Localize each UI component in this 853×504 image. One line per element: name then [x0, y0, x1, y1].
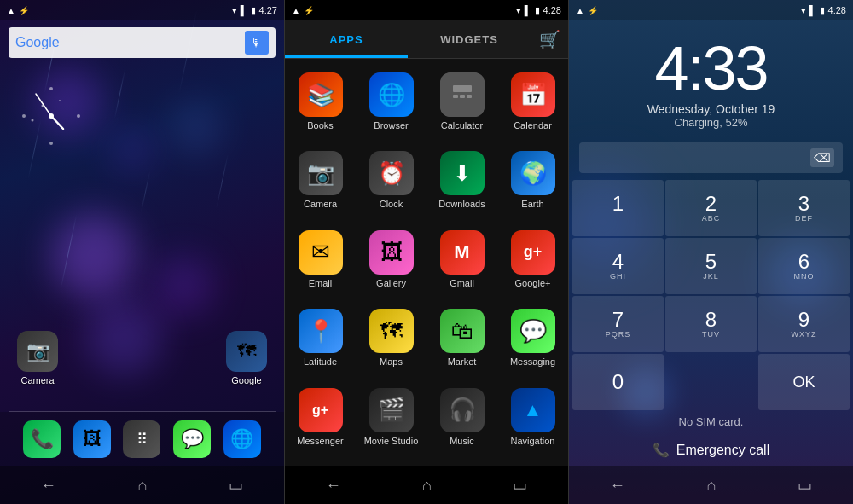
- latitude-icon: 📍: [299, 309, 343, 353]
- backspace-button[interactable]: ⌫: [810, 148, 834, 167]
- dock-apps-icon[interactable]: ⠿: [123, 420, 160, 458]
- emergency-call-button[interactable]: 📞 Emergency call: [569, 433, 853, 466]
- maps-icon: 🗺: [369, 309, 414, 353]
- list-item[interactable]: ⬇ Downloads: [426, 144, 497, 223]
- list-item[interactable]: M Gmail: [426, 223, 497, 302]
- list-item[interactable]: g+ Google+: [497, 223, 568, 302]
- home-button[interactable]: ⌂: [707, 477, 717, 495]
- key-4[interactable]: 4 GHI: [572, 238, 664, 294]
- svg-point-1: [77, 114, 80, 118]
- key-0[interactable]: 0: [572, 354, 664, 410]
- list-item[interactable]: Calculator: [426, 66, 497, 144]
- list-item[interactable]: g+ Messenger: [285, 381, 356, 460]
- music-label: Music: [450, 436, 474, 446]
- tab-apps[interactable]: APPS: [285, 20, 408, 58]
- list-item[interactable]: 🗺 Maps: [356, 302, 426, 380]
- list-item[interactable]: ⏰ Clock: [356, 144, 426, 223]
- signal-bars: ▌: [809, 5, 816, 15]
- list-item[interactable]: 🌍 Earth: [497, 144, 568, 223]
- statusbar-left: ▲ ⚡: [7, 6, 29, 15]
- dock-contacts-icon[interactable]: 🖼: [73, 420, 111, 458]
- list-item[interactable]: 📷 Camera: [17, 331, 58, 385]
- key-6[interactable]: 6 MNO: [758, 238, 850, 294]
- list-item[interactable]: 🗺 Google: [226, 331, 267, 385]
- list-item[interactable]: 🌐 Browser: [356, 66, 426, 144]
- statusbar-right: ▾ ▌ ▮ 4:28: [516, 5, 561, 16]
- list-item[interactable]: 📅 Calendar: [497, 66, 568, 144]
- key-ok[interactable]: OK: [758, 354, 850, 410]
- list-item[interactable]: 💬 Messaging: [497, 302, 568, 380]
- key-5[interactable]: 5 JKL: [665, 238, 757, 294]
- back-button[interactable]: ←: [41, 477, 56, 495]
- navigation-bar: ← ⌂ ▭: [0, 466, 284, 504]
- recent-apps-button[interactable]: ▭: [229, 476, 243, 495]
- time-display: 4:28: [543, 5, 561, 15]
- key-empty: [665, 354, 757, 410]
- time-digits: 4:33: [569, 38, 853, 99]
- svg-point-7: [42, 105, 44, 107]
- statusbar-left: ▲ ⚡: [292, 6, 314, 15]
- dock-sms-icon[interactable]: 💬: [173, 420, 211, 458]
- music-icon: 🎧: [440, 388, 485, 432]
- recent-apps-button[interactable]: ▭: [798, 476, 812, 495]
- key-1[interactable]: 1: [572, 180, 664, 236]
- battery-icon: ▮: [535, 5, 540, 16]
- key-7[interactable]: 7 PQRS: [572, 296, 664, 352]
- time-display: 4:28: [828, 5, 846, 15]
- camera-app-label: Camera: [20, 375, 54, 385]
- usb-icon: ⚡: [588, 6, 598, 15]
- key-8[interactable]: 8 TUV: [665, 296, 757, 352]
- signal-bars-icon: ▌: [241, 5, 247, 15]
- dock: 📞 🖼 ⠿ 💬 🌐: [0, 412, 284, 466]
- tab-widgets[interactable]: WIDGETS: [408, 20, 531, 58]
- messenger-icon: g+: [299, 388, 343, 432]
- earth-label: Earth: [521, 199, 543, 209]
- list-item[interactable]: ✉ Email: [285, 223, 356, 302]
- recent-apps-button[interactable]: ▭: [513, 476, 527, 495]
- list-item[interactable]: 📷 Camera: [285, 144, 356, 223]
- earth-icon: 🌍: [511, 151, 555, 195]
- status-bar: ▲ ⚡ ▾ ▌ ▮ 4:28: [569, 0, 853, 20]
- play-store-icon[interactable]: 🛒: [531, 20, 568, 58]
- pin-input[interactable]: ⌫: [579, 142, 843, 173]
- calendar-label: Calendar: [514, 120, 552, 130]
- clock-label: Clock: [380, 199, 403, 209]
- maps-label: Maps: [380, 356, 403, 367]
- google-logo: Google: [15, 35, 60, 50]
- calculator-label: Calculator: [441, 120, 484, 130]
- clock-widget: [0, 65, 284, 322]
- back-button[interactable]: ←: [610, 477, 625, 495]
- list-item[interactable]: 🛍 Market: [426, 302, 497, 380]
- moviestudio-label: Movie Studio: [364, 436, 419, 446]
- downloads-label: Downloads: [438, 199, 485, 209]
- google-maps-icon: 🗺: [226, 331, 267, 372]
- list-item[interactable]: 🎧 Music: [426, 381, 497, 460]
- back-button[interactable]: ←: [326, 477, 341, 495]
- key-3[interactable]: 3 DEF: [758, 180, 850, 236]
- market-label: Market: [448, 356, 477, 367]
- list-item[interactable]: 📍 Latitude: [285, 302, 356, 380]
- camera-label: Camera: [304, 199, 337, 209]
- key-9[interactable]: 9 WXYZ: [758, 296, 850, 352]
- books-label: Books: [307, 120, 334, 130]
- google-search-bar[interactable]: Google 🎙: [9, 27, 276, 58]
- key-2[interactable]: 2 ABC: [665, 180, 757, 236]
- latitude-label: Latitude: [304, 356, 337, 367]
- camera-icon: 📷: [299, 151, 343, 195]
- usb-icon: ⚡: [19, 6, 29, 15]
- voice-search-button[interactable]: 🎙: [245, 31, 269, 55]
- dock-phone-icon[interactable]: 📞: [23, 420, 61, 458]
- list-item[interactable]: 🎬 Movie Studio: [356, 381, 426, 460]
- home-button[interactable]: ⌂: [422, 477, 432, 495]
- list-item[interactable]: 🖼 Gallery: [356, 223, 426, 302]
- list-item[interactable]: 📚 Books: [285, 66, 356, 144]
- time-display: 4:27: [259, 5, 277, 15]
- status-bar: ▲ ⚡ ▾ ▌ ▮ 4:28: [285, 0, 568, 20]
- list-item[interactable]: ▲ Navigation: [497, 381, 568, 460]
- camera-app-icon: 📷: [17, 331, 58, 372]
- usb-icon: ⚡: [304, 6, 314, 15]
- clock-icon: ⏰: [369, 151, 414, 195]
- messaging-icon: 💬: [511, 309, 555, 353]
- home-button[interactable]: ⌂: [138, 477, 148, 495]
- dock-browser-icon[interactable]: 🌐: [223, 420, 261, 458]
